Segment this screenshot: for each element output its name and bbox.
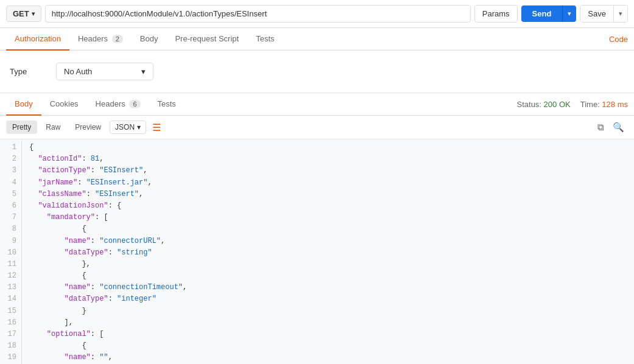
- time-value: 128 ms: [602, 100, 628, 109]
- send-dropdown-button[interactable]: ▾: [562, 5, 576, 22]
- send-group: Send ▾: [521, 5, 577, 22]
- tab-res-tests[interactable]: Tests: [149, 93, 185, 116]
- auth-section: Type No Auth ▾: [0, 51, 634, 93]
- tab-body[interactable]: Body: [132, 28, 167, 51]
- tab-pre-request-script[interactable]: Pre-request Script: [166, 28, 247, 51]
- json-chevron-icon: ▾: [137, 123, 141, 131]
- send-button[interactable]: Send: [521, 5, 563, 22]
- status-value: 200 OK: [544, 100, 571, 109]
- tab-headers[interactable]: Headers 2: [69, 28, 132, 51]
- line-numbers: 123456789101112131415161718192021222324: [0, 139, 22, 364]
- preview-button[interactable]: Preview: [69, 121, 107, 134]
- method-label: GET: [13, 9, 29, 18]
- right-icons: ⧉ 🔍: [594, 119, 628, 135]
- time-label: Time: 128 ms: [580, 100, 628, 109]
- auth-type-dropdown[interactable]: No Auth ▾: [56, 63, 153, 80]
- status-area: Status: 200 OK Time: 128 ms: [517, 100, 628, 109]
- format-json-dropdown[interactable]: JSON ▾: [110, 121, 146, 134]
- auth-type-chevron-icon: ▾: [141, 67, 146, 76]
- method-dropdown[interactable]: GET ▾: [6, 5, 41, 22]
- copy-button[interactable]: ⧉: [594, 119, 608, 135]
- url-input[interactable]: [45, 5, 471, 23]
- method-chevron-icon: ▾: [32, 10, 35, 17]
- raw-button[interactable]: Raw: [40, 121, 66, 134]
- pretty-button[interactable]: Pretty: [6, 121, 37, 134]
- save-group: Save ▾: [580, 5, 628, 23]
- code-lines: 123456789101112131415161718192021222324 …: [0, 139, 634, 364]
- tab-res-headers[interactable]: Headers 6: [87, 93, 149, 116]
- format-bar: Pretty Raw Preview JSON ▾ ☰ ⧉ 🔍: [0, 116, 634, 139]
- tab-res-body[interactable]: Body: [6, 93, 41, 116]
- search-button[interactable]: 🔍: [609, 119, 628, 135]
- code-area[interactable]: 123456789101112131415161718192021222324 …: [0, 139, 634, 364]
- wrap-icon[interactable]: ☰: [152, 122, 161, 133]
- auth-type-label: Type: [10, 67, 46, 76]
- auth-type-row: Type No Auth ▾: [10, 63, 624, 80]
- code-content: { "actionId": 81, "actionType": "ESInser…: [22, 139, 634, 364]
- status-label: Status: 200 OK: [517, 100, 571, 109]
- top-bar: GET ▾ Params Send ▾ Save ▾: [0, 0, 634, 28]
- request-tabs: Authorization Headers 2 Body Pre-request…: [0, 28, 634, 51]
- tab-res-cookies[interactable]: Cookies: [41, 93, 87, 116]
- save-button[interactable]: Save: [580, 5, 613, 22]
- response-tabs: Body Cookies Headers 6 Tests Status: 200…: [0, 93, 634, 116]
- params-button[interactable]: Params: [474, 5, 518, 23]
- tab-authorization[interactable]: Authorization: [6, 28, 69, 51]
- code-link[interactable]: Code: [609, 35, 628, 44]
- save-dropdown-button[interactable]: ▾: [613, 5, 627, 22]
- tab-tests-req[interactable]: Tests: [247, 28, 283, 51]
